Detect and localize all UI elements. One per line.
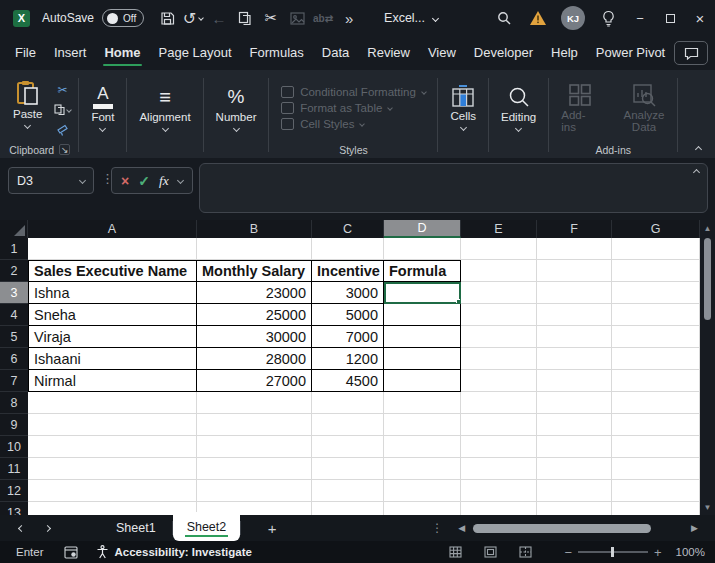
cell-D10[interactable] — [384, 436, 461, 458]
cell-E8[interactable] — [461, 392, 537, 414]
column-header-d[interactable]: D — [384, 220, 461, 238]
cell-A2[interactable]: Sales Executive Name — [28, 260, 197, 282]
paste-button[interactable]: Paste — [6, 77, 49, 131]
tab-sheet2[interactable]: Sheet2 — [173, 512, 241, 541]
cell-F5[interactable] — [537, 326, 612, 348]
zoom-level[interactable]: 100% — [676, 546, 705, 558]
cell-B3[interactable]: 23000 — [197, 282, 312, 304]
macro-record-icon[interactable] — [64, 546, 78, 559]
cell-G8[interactable] — [612, 392, 700, 414]
menu-tab-page-layout[interactable]: Page Layout — [150, 38, 241, 68]
cell-A10[interactable] — [28, 436, 197, 458]
cell-F10[interactable] — [537, 436, 612, 458]
cell-D8[interactable] — [384, 392, 461, 414]
cell-A7[interactable]: Nirmal — [28, 370, 197, 392]
zoom-out-button[interactable]: − — [558, 545, 578, 560]
cell-A13[interactable] — [28, 502, 197, 515]
menu-tab-review[interactable]: Review — [358, 38, 419, 68]
cut-small-icon[interactable]: ✂ — [51, 81, 73, 98]
maximize-button[interactable] — [655, 3, 685, 33]
cell-G10[interactable] — [612, 436, 700, 458]
format-painter-icon[interactable] — [51, 121, 73, 138]
sheet-nav-right-icon[interactable] — [34, 517, 60, 539]
accessibility-status[interactable]: Accessibility: Investigate — [115, 546, 252, 558]
cell-D12[interactable] — [384, 480, 461, 502]
row-header-6[interactable]: 6 — [0, 348, 28, 370]
row-header-12[interactable]: 12 — [0, 480, 28, 502]
row-header-8[interactable]: 8 — [0, 392, 28, 414]
vertical-scrollbar[interactable]: ▲ ▼ — [700, 220, 715, 515]
column-header-c[interactable]: C — [312, 220, 384, 238]
cell-F4[interactable] — [537, 304, 612, 326]
row-header-13[interactable]: 13 — [0, 502, 28, 515]
cell-F8[interactable] — [537, 392, 612, 414]
cell-E10[interactable] — [461, 436, 537, 458]
font-button[interactable]: A Font — [84, 82, 121, 134]
cell-D4[interactable] — [384, 304, 461, 326]
cell-E9[interactable] — [461, 414, 537, 436]
cell-G5[interactable] — [612, 326, 700, 348]
cell-C12[interactable] — [312, 480, 384, 502]
cell-C3[interactable]: 3000 — [312, 282, 384, 304]
zoom-in-button[interactable]: + — [648, 545, 668, 560]
menu-tab-formulas[interactable]: Formulas — [241, 38, 313, 68]
vertical-scroll-thumb[interactable] — [704, 238, 711, 320]
cell-F11[interactable] — [537, 458, 612, 480]
tab-splitter-handle[interactable]: ⋮ — [421, 521, 453, 535]
cell-G11[interactable] — [612, 458, 700, 480]
cell-F12[interactable] — [537, 480, 612, 502]
zoom-slider-thumb[interactable] — [611, 547, 614, 557]
cell-C11[interactable] — [312, 458, 384, 480]
copy-small-icon[interactable] — [51, 101, 73, 118]
warning-icon[interactable] — [521, 3, 555, 33]
cell-E3[interactable] — [461, 282, 537, 304]
view-page-layout-icon[interactable] — [484, 546, 497, 558]
cell-G1[interactable] — [612, 238, 700, 260]
cell-F6[interactable] — [537, 348, 612, 370]
alignment-button[interactable]: ≡ Alignment — [132, 82, 197, 134]
cell-E1[interactable] — [461, 238, 537, 260]
hscroll-right-icon[interactable]: ▶ — [686, 523, 703, 533]
menu-tab-data[interactable]: Data — [313, 38, 358, 68]
cell-D6[interactable] — [384, 348, 461, 370]
close-button[interactable]: × — [685, 3, 715, 33]
cell-D9[interactable] — [384, 414, 461, 436]
cell-B6[interactable]: 28000 — [197, 348, 312, 370]
view-page-break-icon[interactable] — [519, 546, 532, 558]
cell-C6[interactable]: 1200 — [312, 348, 384, 370]
cell-C9[interactable] — [312, 414, 384, 436]
editing-button[interactable]: Editing — [494, 82, 543, 134]
column-header-f[interactable]: F — [537, 220, 612, 238]
column-header-g[interactable]: G — [612, 220, 700, 238]
hscroll-left-icon[interactable]: ◀ — [453, 523, 470, 533]
cell-F1[interactable] — [537, 238, 612, 260]
cell-F9[interactable] — [537, 414, 612, 436]
cell-B11[interactable] — [197, 458, 312, 480]
cell-A9[interactable] — [28, 414, 197, 436]
cell-C4[interactable]: 5000 — [312, 304, 384, 326]
cell-D11[interactable] — [384, 458, 461, 480]
tab-sheet1[interactable]: Sheet1 — [100, 515, 172, 541]
menu-tab-help[interactable]: Help — [542, 38, 587, 68]
add-sheet-button[interactable]: + — [259, 517, 285, 539]
zoom-slider[interactable] — [578, 551, 648, 553]
cell-A6[interactable]: Ishaani — [28, 348, 197, 370]
scroll-up-icon[interactable]: ▲ — [704, 220, 712, 236]
cell-D7[interactable] — [384, 370, 461, 392]
collapse-ribbon-icon[interactable] — [695, 146, 702, 153]
column-header-b[interactable]: B — [197, 220, 312, 238]
sheet-nav-left-icon[interactable] — [8, 517, 34, 539]
cell-A1[interactable] — [28, 238, 197, 260]
cell-D13[interactable] — [384, 502, 461, 515]
row-header-9[interactable]: 9 — [0, 414, 28, 436]
cancel-icon[interactable]: × — [121, 173, 129, 189]
cell-C13[interactable] — [312, 502, 384, 515]
select-all-corner[interactable] — [0, 220, 28, 238]
menu-tab-view[interactable]: View — [419, 38, 465, 68]
cell-G4[interactable] — [612, 304, 700, 326]
cell-C2[interactable]: Incentive — [312, 260, 384, 282]
row-header-10[interactable]: 10 — [0, 436, 28, 458]
number-button[interactable]: % Number — [209, 82, 264, 134]
cell-B5[interactable]: 30000 — [197, 326, 312, 348]
cell-D1[interactable] — [384, 238, 461, 260]
